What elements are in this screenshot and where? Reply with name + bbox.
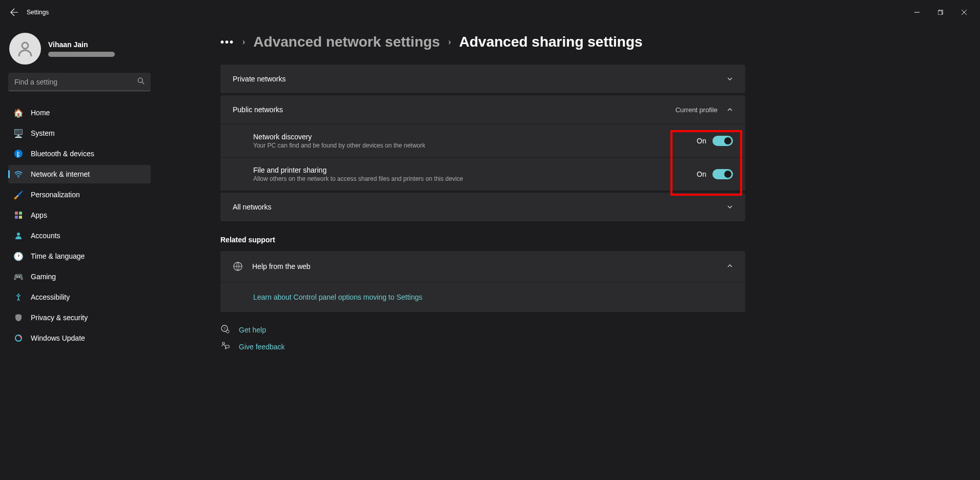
toggle-state-label: On	[697, 170, 706, 178]
nav-label: Privacy & security	[31, 314, 88, 322]
nav-label: Accessibility	[31, 293, 70, 301]
nav-label: Bluetooth & devices	[31, 150, 94, 158]
all-networks-header[interactable]: All networks	[220, 193, 745, 221]
svg-point-4	[18, 177, 19, 178]
breadcrumb-parent[interactable]: Advanced network settings	[253, 34, 440, 50]
help-panel-header[interactable]: Help from the web	[220, 251, 745, 282]
panel-title: Private networks	[233, 75, 285, 83]
user-icon	[16, 39, 34, 58]
nav-privacy[interactable]: Privacy & security	[8, 308, 151, 327]
user-name: Vihaan Jain	[48, 40, 115, 49]
footer-links: ? Get help Give feedback	[220, 324, 959, 352]
search-box	[8, 73, 151, 91]
nav-label: Time & language	[31, 252, 85, 260]
get-help-link[interactable]: ? Get help	[220, 324, 959, 335]
nav-label: Gaming	[31, 273, 56, 281]
public-networks-header[interactable]: Public networks Current profile	[220, 95, 745, 124]
toggle-state-label: On	[697, 137, 706, 145]
globe-help-icon	[233, 261, 243, 272]
svg-rect-5	[15, 212, 18, 215]
main-layout: Vihaan Jain 🏠Home 🖥️System Bluetooth & d…	[0, 25, 980, 480]
system-icon: 🖥️	[14, 129, 23, 137]
close-icon	[962, 10, 967, 15]
footer-link-label: Get help	[239, 326, 266, 334]
setting-text: File and printer sharing Allow others on…	[253, 166, 697, 182]
clock-icon: 🕐	[14, 252, 23, 260]
help-link-row: Learn about Control panel options moving…	[220, 282, 745, 312]
nav-network[interactable]: Network & internet	[8, 165, 151, 183]
svg-point-2	[138, 78, 142, 82]
setting-text: Network discovery Your PC can find and b…	[253, 133, 697, 149]
accessibility-icon	[14, 293, 23, 301]
svg-point-15	[226, 330, 229, 333]
panel-title: All networks	[233, 203, 271, 211]
gamepad-icon: 🎮	[14, 273, 23, 281]
chevron-down-icon	[727, 76, 733, 82]
help-panel: Help from the web Learn about Control pa…	[220, 251, 745, 312]
user-email-redacted	[48, 52, 115, 57]
nav-label: System	[31, 129, 55, 137]
toggle-wrap: On	[697, 136, 733, 146]
nav-apps[interactable]: Apps	[8, 206, 151, 224]
help-bubble-icon: ?	[220, 324, 231, 335]
svg-text:?: ?	[223, 326, 226, 331]
nav-list: 🏠Home 🖥️System Bluetooth & devices Netwo…	[8, 103, 151, 347]
user-section[interactable]: Vihaan Jain	[8, 29, 151, 73]
close-button[interactable]	[952, 4, 976, 20]
nav-label: Apps	[31, 211, 47, 219]
file-printer-sharing-row: File and printer sharing Allow others on…	[220, 157, 745, 191]
nav-personalization[interactable]: 🖌️Personalization	[8, 185, 151, 204]
search-icon	[137, 77, 145, 87]
user-info: Vihaan Jain	[48, 40, 115, 57]
give-feedback-link[interactable]: Give feedback	[220, 341, 959, 352]
home-icon: 🏠	[14, 109, 23, 117]
setting-desc: Allow others on the network to access sh…	[253, 175, 697, 182]
svg-point-1	[22, 43, 28, 49]
control-panel-help-link[interactable]: Learn about Control panel options moving…	[253, 293, 422, 301]
nav-bluetooth[interactable]: Bluetooth & devices	[8, 144, 151, 163]
shield-icon	[14, 314, 23, 322]
bluetooth-icon	[14, 150, 23, 158]
maximize-icon	[938, 10, 943, 15]
nav-accessibility[interactable]: Accessibility	[8, 288, 151, 306]
related-support-heading: Related support	[220, 236, 959, 244]
setting-desc: Your PC can find and be found by other d…	[253, 142, 697, 149]
chevron-up-icon	[727, 107, 733, 113]
content-area: ••• › Advanced network settings › Advanc…	[159, 25, 980, 480]
nav-accounts[interactable]: Accounts	[8, 226, 151, 245]
nav-label: Personalization	[31, 191, 80, 199]
titlebar: Settings	[0, 0, 980, 25]
setting-title: File and printer sharing	[253, 166, 697, 174]
public-networks-body: Network discovery Your PC can find and b…	[220, 124, 745, 191]
page-title: Advanced sharing settings	[459, 34, 643, 50]
breadcrumb-more[interactable]: •••	[220, 36, 234, 48]
nav-system[interactable]: 🖥️System	[8, 124, 151, 142]
back-button[interactable]	[4, 2, 25, 23]
maximize-button[interactable]	[929, 4, 952, 20]
svg-rect-6	[19, 212, 22, 215]
toggle-knob	[724, 137, 731, 144]
public-networks-panel: Public networks Current profile Network …	[220, 95, 745, 191]
nav-label: Accounts	[31, 232, 60, 240]
nav-label: Windows Update	[31, 334, 85, 342]
sidebar: Vihaan Jain 🏠Home 🖥️System Bluetooth & d…	[0, 25, 159, 480]
nav-home[interactable]: 🏠Home	[8, 103, 151, 122]
private-networks-header[interactable]: Private networks	[220, 65, 745, 93]
arrow-left-icon	[10, 8, 18, 16]
network-discovery-toggle[interactable]	[712, 136, 733, 146]
panel-title: Public networks	[233, 106, 283, 114]
nav-gaming[interactable]: 🎮Gaming	[8, 267, 151, 286]
nav-update[interactable]: Windows Update	[8, 329, 151, 347]
footer-link-label: Give feedback	[239, 343, 285, 351]
all-networks-panel: All networks	[220, 193, 745, 221]
file-printer-sharing-toggle[interactable]	[712, 169, 733, 179]
feedback-icon	[220, 341, 231, 352]
minimize-button[interactable]	[905, 4, 929, 20]
private-networks-panel: Private networks	[220, 65, 745, 93]
current-profile-tag: Current profile	[676, 106, 718, 114]
nav-time[interactable]: 🕐Time & language	[8, 247, 151, 265]
chevron-right-icon: ›	[448, 37, 451, 47]
search-input[interactable]	[8, 73, 151, 91]
svg-point-16	[222, 342, 224, 344]
svg-point-9	[17, 233, 20, 236]
